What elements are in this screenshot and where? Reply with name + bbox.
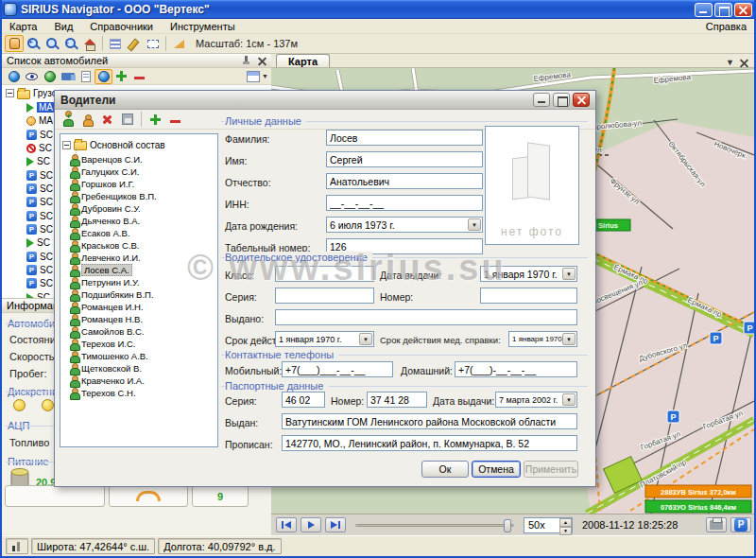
- vehicle-row[interactable]: SC: [26, 251, 53, 263]
- watch-button[interactable]: [23, 69, 41, 84]
- parking-marker-icon[interactable]: P: [667, 410, 679, 423]
- chevron-down-icon[interactable]: ▼: [468, 218, 481, 231]
- class-field[interactable]: [275, 266, 374, 282]
- parking-marker-icon[interactable]: P: [710, 332, 722, 344]
- name-field[interactable]: Сергей: [326, 151, 483, 167]
- slider-thumb[interactable]: [504, 519, 511, 532]
- spin-down-icon[interactable]: ▼: [559, 527, 572, 535]
- driver-item[interactable]: Дьяченко В.А.: [70, 216, 140, 226]
- add-group-button[interactable]: [146, 112, 164, 127]
- chevron-down-icon[interactable]: ▼: [359, 333, 372, 345]
- select-area-button[interactable]: [144, 35, 163, 52]
- skip-back-button[interactable]: [276, 517, 297, 532]
- pan-button[interactable]: [5, 35, 24, 52]
- driver-item[interactable]: Краськов С.В.: [70, 240, 140, 251]
- driver-item[interactable]: Дубровин С.У.: [70, 203, 141, 214]
- spin-up-icon[interactable]: ▲: [559, 518, 572, 527]
- vehicle-row[interactable]: МА: [26, 101, 55, 113]
- restore-button[interactable]: [714, 3, 732, 17]
- patronymic-field[interactable]: Анатольевич: [326, 173, 483, 189]
- license-issue-combo[interactable]: 1 января 1970 г.▼: [480, 266, 577, 282]
- driver-item-selected[interactable]: Лосев С.А.: [70, 265, 132, 275]
- driver-item[interactable]: Горшков И.Г.: [70, 179, 134, 189]
- vehicle-row[interactable]: SC: [26, 169, 53, 182]
- move-driver-button[interactable]: [78, 112, 96, 127]
- tab-map[interactable]: Карта: [276, 54, 330, 67]
- driver-item[interactable]: Терехов И.С.: [70, 339, 136, 349]
- title-bar[interactable]: SIRIUS Navigator - ООО "Вертекс": [0, 0, 756, 19]
- add-button[interactable]: [112, 69, 130, 84]
- delete-driver-button[interactable]: [98, 112, 116, 127]
- vehicle-badge[interactable]: 2883УВ Sirius 372,0км: [645, 485, 751, 497]
- menu-map[interactable]: Карта: [9, 21, 37, 32]
- driver-item[interactable]: Тимошенко А.В.: [70, 351, 148, 361]
- vehicle-row[interactable]: SC: [26, 129, 53, 141]
- vehicle-row[interactable]: SC: [26, 264, 53, 276]
- passport-number-field[interactable]: 37 41 28: [367, 392, 427, 408]
- parking-marker-icon[interactable]: P: [744, 322, 754, 334]
- driver-item[interactable]: Галуцких С.И.: [70, 166, 139, 177]
- collapse-icon[interactable]: [62, 141, 71, 149]
- driver-item[interactable]: Варенцов С.И.: [70, 154, 143, 165]
- edit-button[interactable]: [125, 35, 144, 52]
- zoom-out-button[interactable]: -: [61, 35, 80, 52]
- driver-item[interactable]: Романцев Н.В.: [70, 314, 143, 324]
- speed-spinner[interactable]: 50x ▲▼: [524, 517, 573, 533]
- driver-item[interactable]: Кравченко И.А.: [70, 375, 145, 386]
- cancel-button[interactable]: Отмена: [472, 461, 521, 478]
- vehicle-row[interactable]: SC: [26, 210, 53, 222]
- dialog-maximize-button[interactable]: [553, 93, 570, 107]
- pin-icon[interactable]: [242, 56, 250, 66]
- vehicle-button[interactable]: [59, 69, 77, 84]
- driver-item[interactable]: Петрунин И.У.: [70, 277, 139, 288]
- license-number-field[interactable]: [480, 288, 577, 304]
- license-issued-field[interactable]: [275, 309, 577, 325]
- license-series-field[interactable]: [275, 288, 374, 304]
- columns-button[interactable]: ▼: [247, 71, 268, 82]
- remove-group-button[interactable]: [166, 112, 184, 127]
- dialog-close-button[interactable]: [573, 93, 590, 107]
- add-driver-button[interactable]: [59, 112, 77, 127]
- menu-directories[interactable]: Справочники: [90, 21, 153, 32]
- menu-view[interactable]: Вид: [54, 21, 73, 32]
- driver-item[interactable]: Левченко И.И.: [70, 253, 141, 263]
- vehicle-row[interactable]: SC: [26, 277, 53, 289]
- inn-field[interactable]: __-__-__-__: [326, 195, 483, 211]
- dialog-title-bar[interactable]: Водители: [55, 91, 595, 110]
- skip-forward-button[interactable]: [325, 517, 346, 532]
- chevron-down-icon[interactable]: ▼: [562, 268, 576, 280]
- license-valid-combo[interactable]: 1 января 1970 г.▼: [275, 331, 374, 347]
- drivers-group-row[interactable]: Основной состав: [62, 139, 165, 150]
- tab-close-icon[interactable]: [740, 59, 748, 67]
- close-button[interactable]: [734, 3, 752, 17]
- passport-issued-field[interactable]: Ватутинским ГОМ Ленинского района Москов…: [282, 413, 577, 429]
- vehicle-row[interactable]: SC: [26, 196, 53, 208]
- tab-menu-icon[interactable]: ▼: [726, 58, 734, 67]
- home-phone-field[interactable]: +7(___)-__-__-__: [455, 361, 577, 377]
- measure-button[interactable]: [169, 35, 188, 52]
- collapse-icon[interactable]: [6, 89, 14, 97]
- passport-series-field[interactable]: 46 02: [282, 392, 325, 408]
- vehicle-row[interactable]: SC: [26, 142, 52, 154]
- globe-green-button[interactable]: [41, 69, 59, 84]
- print-button[interactable]: [706, 517, 727, 532]
- vehicle-row[interactable]: SC: [26, 223, 53, 235]
- ok-button[interactable]: Ок: [421, 461, 469, 478]
- minimize-button[interactable]: [695, 3, 713, 17]
- timeline-slider[interactable]: [355, 524, 514, 527]
- driver-item[interactable]: Самойлов В.С.: [70, 326, 144, 337]
- show-all-button[interactable]: [5, 69, 23, 84]
- vehicle-row[interactable]: SC: [26, 155, 50, 167]
- registered-field[interactable]: 142770, МО., Ленинский район, п. Коммуна…: [282, 435, 577, 451]
- vehicle-row[interactable]: МА: [26, 114, 53, 127]
- driver-item[interactable]: Романцев И.Н.: [70, 302, 144, 312]
- chevron-down-icon[interactable]: ▼: [562, 333, 576, 345]
- dialog-minimize-button[interactable]: [533, 93, 550, 107]
- close-panel-icon[interactable]: [258, 57, 266, 65]
- mobile-field[interactable]: +7(___)___-__-__: [282, 361, 393, 377]
- driver-item[interactable]: Щетковской В.: [70, 363, 142, 374]
- legend-button[interactable]: [106, 35, 125, 52]
- report-button[interactable]: [77, 69, 94, 84]
- apply-button[interactable]: Применить: [524, 461, 578, 478]
- remove-button[interactable]: [130, 69, 148, 84]
